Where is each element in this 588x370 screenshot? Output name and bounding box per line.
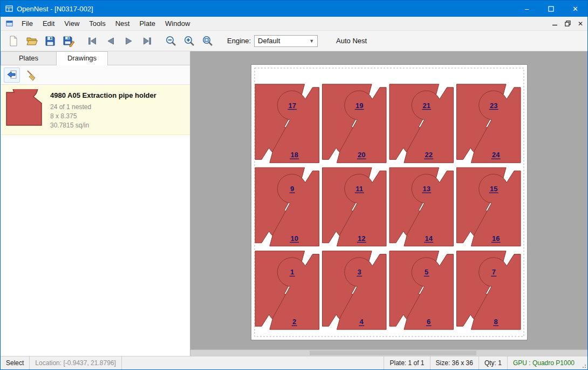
app-icon (5, 4, 13, 13)
open-button[interactable] (23, 33, 40, 49)
save-edit-button[interactable] (60, 33, 77, 49)
drawing-info: 4980 A05 Extraction pipe holder 24 of 1 … (50, 89, 156, 130)
menu-file[interactable]: File (17, 17, 38, 30)
save-floppy-icon (44, 35, 56, 47)
clear-drawings-button[interactable] (23, 68, 39, 83)
sidebar-toolbar (1, 65, 190, 85)
menu-nest[interactable]: Nest (111, 17, 135, 30)
part-thumbnail (5, 89, 44, 130)
nest-canvas[interactable]: 171819202122232491011121314151612345678 (190, 51, 587, 356)
zoom-out-icon (165, 35, 177, 47)
drawing-list: 4980 A05 Extraction pipe holder 24 of 1 … (1, 85, 190, 356)
mdi-minimize-icon (552, 21, 557, 26)
combo-dropdown-icon[interactable]: ▼ (306, 38, 317, 44)
part-number-underline (489, 192, 498, 193)
window-title: OpenNest - [N0317-002] (17, 5, 93, 13)
part-number-label: 13 (422, 185, 430, 193)
part-number-underline (357, 242, 366, 243)
part-number-underline (424, 159, 433, 159)
part-number-label: 18 (290, 151, 298, 159)
part-number-underline (291, 325, 297, 326)
zoom-out-button[interactable] (162, 33, 180, 49)
menu-tools[interactable]: Tools (84, 17, 110, 30)
engine-label: Engine: (227, 37, 251, 45)
statusbar-spacer (122, 356, 384, 369)
part-number-label: 14 (425, 234, 433, 243)
zoom-fit-button[interactable] (199, 33, 216, 49)
scrollbar-thumb[interactable] (310, 351, 476, 355)
drawing-list-item[interactable]: 4980 A05 Extraction pipe holder 24 of 1 … (1, 85, 190, 135)
status-plate: Plate: 1 of 1 (384, 356, 429, 369)
part-number-underline (422, 109, 431, 110)
part-number-label: 15 (490, 185, 497, 193)
new-document-icon (8, 35, 19, 47)
part-number-label: 17 (288, 102, 296, 110)
resize-grip[interactable] (580, 356, 587, 369)
menu-plate[interactable]: Plate (134, 17, 160, 30)
part-number-underline (489, 109, 498, 110)
status-size: Size: 36 x 36 (430, 356, 478, 369)
auto-nest-button[interactable]: Auto Nest (333, 35, 370, 47)
broom-icon (25, 69, 37, 81)
menu-view[interactable]: View (59, 17, 84, 30)
minimize-icon: – (525, 5, 529, 13)
title-bar: OpenNest - [N0317-002] – ✕ (1, 1, 587, 17)
menu-edit[interactable]: Edit (38, 17, 59, 30)
plate-wrap: 171819202122232491011121314151612345678 (190, 51, 587, 340)
close-button[interactable]: ✕ (563, 1, 587, 17)
part-number-underline (289, 192, 295, 193)
mdi-restore-button[interactable] (562, 18, 573, 29)
plate[interactable]: 171819202122232491011121314151612345678 (251, 64, 528, 340)
part-number-label: 4 (359, 318, 364, 326)
mdi-close-button[interactable]: ✕ (575, 18, 586, 29)
part-number-underline (426, 325, 431, 326)
engine-value: Default (258, 37, 280, 45)
menu-window[interactable]: Window (160, 17, 195, 30)
drawing-title: 4980 A05 Extraction pipe holder (50, 91, 156, 99)
mdi-minimize-button[interactable] (549, 18, 560, 29)
previous-plate-button[interactable] (102, 33, 119, 49)
part-number-label: 5 (425, 268, 428, 276)
drawing-area: 30.7815 sq/in (50, 121, 156, 130)
tab-plates[interactable]: Plates (1, 51, 57, 65)
zoom-in-icon (183, 35, 195, 47)
open-folder-icon (26, 35, 38, 47)
status-qty: Qty: 1 (478, 356, 507, 369)
part-number-underline (290, 159, 299, 159)
minimize-button[interactable]: – (515, 1, 539, 17)
main-area: Plates Drawings 4980 A05 Extraction pip (1, 51, 587, 356)
maximize-icon (548, 6, 554, 12)
next-plate-button[interactable] (120, 33, 138, 49)
new-nest-button[interactable] (5, 33, 22, 49)
main-toolbar: Engine: Default ▼ Auto Nest (1, 31, 587, 51)
part-number-label: 8 (494, 318, 497, 326)
save-button[interactable] (42, 33, 59, 49)
part-number-underline (289, 276, 295, 277)
part-number-label: 24 (492, 151, 500, 159)
maximize-button[interactable] (539, 1, 563, 17)
part-number-underline (422, 192, 431, 193)
sidebar: Plates Drawings 4980 A05 Extraction pip (1, 51, 190, 356)
zoom-in-button[interactable] (181, 33, 198, 49)
part-number-underline (424, 242, 433, 243)
mdi-child-icon (5, 19, 13, 28)
engine-select[interactable]: Default ▼ (254, 35, 318, 47)
part-number-underline (288, 109, 297, 110)
first-plate-button[interactable] (84, 33, 101, 49)
insert-drawing-button[interactable] (4, 68, 20, 83)
part-number-label: 2 (292, 318, 296, 326)
part-number-underline (491, 242, 500, 243)
mdi-close-icon: ✕ (578, 20, 583, 28)
status-mode: Select (1, 356, 30, 369)
part-number-underline (354, 109, 364, 110)
part-number-underline (491, 159, 500, 159)
last-plate-button[interactable] (139, 33, 156, 49)
status-location: Location: [-0.9437, 21.8796] (30, 356, 121, 369)
part-number-underline (493, 325, 498, 326)
part-number-underline (290, 242, 299, 243)
part-number-label: 9 (290, 185, 294, 193)
part-number-label: 6 (427, 318, 430, 326)
tab-drawings[interactable]: Drawings (56, 51, 108, 65)
canvas-horizontal-scrollbar[interactable] (190, 349, 587, 356)
part-number-underline (357, 276, 362, 277)
